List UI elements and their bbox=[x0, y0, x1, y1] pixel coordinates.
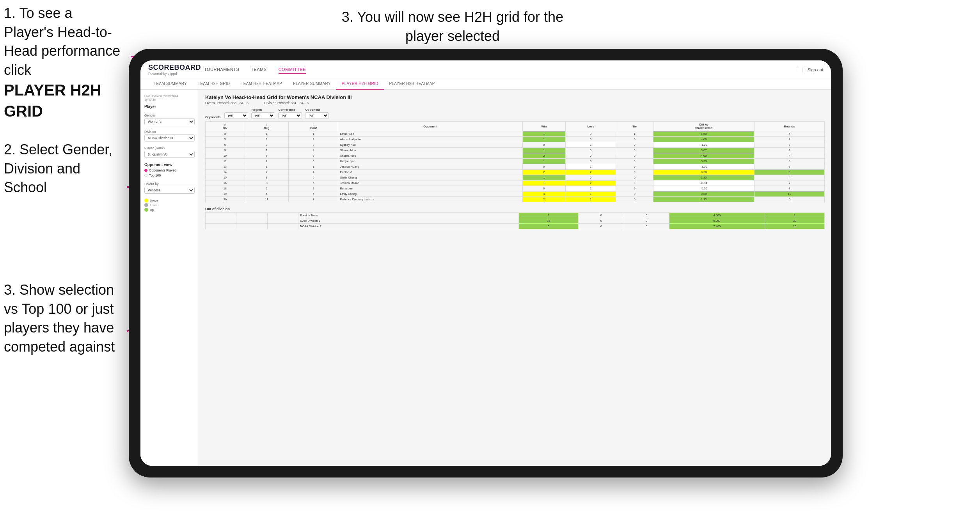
gender-select[interactable]: Women's Men's bbox=[144, 118, 195, 125]
nav-committee[interactable]: COMMITTEE bbox=[279, 65, 306, 74]
table-cell: 6 bbox=[289, 180, 338, 186]
table-cell: 0 bbox=[624, 213, 669, 218]
table-row: 1966Emily Chang4100.3011 bbox=[206, 191, 825, 197]
table-cell: 4 bbox=[755, 131, 825, 137]
colour-by-label: Colour by bbox=[144, 182, 195, 186]
filters-area: Opponents: (All) Region (All) Conference bbox=[205, 108, 825, 119]
radio-top100[interactable]: Top 100 bbox=[144, 173, 195, 177]
table-cell: 10 bbox=[765, 224, 824, 229]
table-row: 633Sydney Kuo010-1.003 bbox=[206, 142, 825, 148]
table-cell: 0 bbox=[566, 175, 616, 180]
table-cell: 3 bbox=[755, 148, 825, 153]
player-rank-section: Player (Rank) 8. Katelyn Vo bbox=[144, 146, 195, 158]
table-cell: 6 bbox=[245, 153, 289, 159]
instruction-3-top: 3. You will now see H2H grid for the pla… bbox=[339, 8, 566, 46]
table-cell: 2 bbox=[245, 137, 289, 142]
table-cell: 0 bbox=[566, 159, 616, 164]
table-cell: 30 bbox=[765, 218, 824, 224]
table-row: 1822Euna Lee020-5.002 bbox=[206, 186, 825, 191]
table-cell: 1 bbox=[245, 148, 289, 153]
table-cell: 1 bbox=[522, 180, 565, 186]
table-cell: 0 bbox=[566, 148, 616, 153]
table-cell: Euna Lee bbox=[338, 186, 522, 191]
col-conf: #Conf bbox=[289, 122, 338, 131]
logo-sub: Powered by clippd bbox=[148, 72, 201, 76]
table-cell: 2 bbox=[289, 186, 338, 191]
region-label: Region bbox=[251, 108, 275, 111]
filter-conference: Conference (All) bbox=[278, 108, 302, 119]
sign-out-link[interactable]: Sign out bbox=[808, 67, 823, 72]
subnav-player-h2h-grid[interactable]: PLAYER H2H GRID bbox=[336, 78, 384, 90]
opponent-select[interactable]: (All) bbox=[305, 112, 329, 119]
subnav-player-h2h-heatmap[interactable]: PLAYER H2H HEATMAP bbox=[384, 78, 440, 89]
subnav-team-summary[interactable]: TEAM SUMMARY bbox=[148, 78, 192, 89]
table-cell: 1.33 bbox=[653, 197, 755, 202]
table-cell: 0 bbox=[624, 218, 669, 224]
table-cell: 9.267 bbox=[669, 218, 765, 224]
table-cell: 0 bbox=[616, 164, 653, 170]
table-cell: 1 bbox=[289, 164, 338, 170]
table-cell: 0 bbox=[579, 213, 624, 218]
nav-teams[interactable]: TEAMS bbox=[251, 65, 266, 74]
radio-label-opponents: Opponents Played bbox=[149, 168, 176, 172]
radio-opponents-played[interactable]: Opponents Played bbox=[144, 168, 195, 172]
table-cell: 9 bbox=[755, 170, 825, 175]
table-cell: 7 bbox=[245, 170, 289, 175]
opponents-select[interactable]: (All) bbox=[224, 112, 248, 119]
opponents-filter-label: Opponents: bbox=[205, 115, 221, 119]
table-cell: NAIA Division 1 bbox=[298, 218, 519, 224]
table-cell: 0.30 bbox=[653, 191, 755, 197]
table-cell bbox=[236, 224, 267, 229]
table-cell: Jessica Huang bbox=[338, 164, 522, 170]
app-header: SCOREBOARD Powered by clippd TOURNAMENTS… bbox=[140, 60, 831, 78]
table-cell: 1 bbox=[522, 159, 565, 164]
table-cell: 1 bbox=[522, 148, 565, 153]
table-cell: 2 bbox=[566, 170, 616, 175]
table-row: NAIA Division 115009.26730 bbox=[206, 218, 825, 224]
radio-dot-opponents bbox=[144, 169, 147, 172]
sidebar: Last Updated: 27/03/202416:55:38 Player … bbox=[140, 90, 199, 466]
instruction-1-text: 1. To see a Player's Head-to-Head perfor… bbox=[4, 5, 120, 78]
subnav-player-summary[interactable]: PLAYER SUMMARY bbox=[288, 78, 336, 89]
nav-tournaments[interactable]: TOURNAMENTS bbox=[204, 65, 239, 74]
table-row: 1125Heejo Hyun1003.333 bbox=[206, 159, 825, 164]
table-cell: 11 bbox=[245, 197, 289, 202]
table-cell: 11 bbox=[206, 159, 245, 164]
table-cell: 0 bbox=[616, 197, 653, 202]
table-cell: 2 bbox=[522, 197, 565, 202]
subnav-team-h2h-grid[interactable]: TEAM H2H GRID bbox=[192, 78, 235, 89]
colour-by-select[interactable]: Win/loss bbox=[144, 187, 195, 194]
user-icon: i bbox=[797, 67, 798, 72]
col-opponent: Opponent bbox=[338, 122, 522, 131]
table-cell: 0.38 bbox=[653, 170, 755, 175]
col-diff: Diff AvStrokes/Rnd bbox=[653, 122, 755, 131]
table-row: 1636Jessica Mason120-0.947 bbox=[206, 180, 825, 186]
conference-select[interactable]: (All) bbox=[278, 112, 302, 119]
division-select[interactable]: NCAA Division III NCAA Division I NCAA D… bbox=[144, 134, 195, 141]
table-cell: 15 bbox=[519, 218, 579, 224]
player-label: Player bbox=[144, 104, 195, 109]
instruction-3-top-text: 3. You will now see H2H grid for the pla… bbox=[342, 9, 563, 44]
colour-by-section: Colour by Win/loss bbox=[144, 182, 195, 194]
col-tie: Tie bbox=[616, 122, 653, 131]
col-reg: #Reg bbox=[245, 122, 289, 131]
table-row: 1311Jessica Huang010-3.002 bbox=[206, 164, 825, 170]
table-cell: 1 bbox=[566, 142, 616, 148]
table-cell: 9 bbox=[206, 148, 245, 153]
player-rank-select[interactable]: 8. Katelyn Vo bbox=[144, 151, 195, 158]
player-section: Player bbox=[144, 104, 195, 109]
table-cell: 3 bbox=[755, 142, 825, 148]
table-row: 1585Stella Cheng1001.254 bbox=[206, 175, 825, 180]
col-win: Win bbox=[522, 122, 565, 131]
region-select[interactable]: (All) bbox=[251, 112, 275, 119]
table-cell: 18 bbox=[206, 186, 245, 191]
table-cell: 10 bbox=[206, 153, 245, 159]
instruction-2-text: 2. Select Gender, Division and School bbox=[4, 141, 112, 195]
table-cell: 20 bbox=[206, 197, 245, 202]
table-cell: 2 bbox=[755, 186, 825, 191]
table-cell: 0 bbox=[616, 180, 653, 186]
filter-region: Region (All) bbox=[251, 108, 275, 119]
table-row: 20117Federica Domecq Lacroze2101.336 bbox=[206, 197, 825, 202]
table-cell: 15 bbox=[206, 175, 245, 180]
subnav-team-h2h-heatmap[interactable]: TEAM H2H HEATMAP bbox=[235, 78, 288, 89]
